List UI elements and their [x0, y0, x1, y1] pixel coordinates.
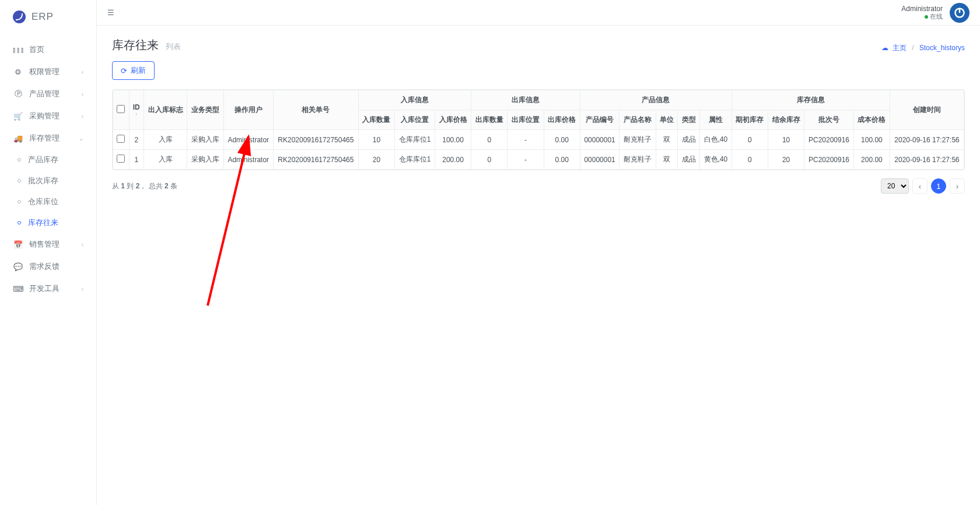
group-out: 出库信息 [471, 90, 580, 110]
bullet-icon [18, 179, 21, 183]
cell-out-price: 0.00 [544, 150, 580, 170]
chevron-left-icon: ‹ [82, 91, 83, 97]
logo: ERP [0, 0, 96, 34]
cell-out-loc: - [508, 130, 544, 150]
col-attr[interactable]: 属性 [700, 110, 732, 130]
nav-label: 需求反馈 [29, 261, 60, 272]
group-product: 产品信息 [580, 90, 732, 110]
group-in: 入库信息 [358, 90, 471, 110]
cell-operator: Administrator [223, 150, 273, 170]
cell-prod-name: 耐克鞋子 [620, 150, 656, 170]
col-created[interactable]: 创建时间 [890, 90, 964, 130]
sub-batch-stock[interactable]: 批次库存 [0, 170, 96, 191]
nav-purchase[interactable]: 🛒 采购管理 ‹ [0, 105, 96, 127]
nav-sales[interactable]: 📅 销售管理 ‹ [0, 233, 96, 255]
cell-operator: Administrator [223, 130, 273, 150]
cell-prod-code: 00000001 [580, 150, 620, 170]
avatar[interactable] [950, 3, 970, 23]
col-docno[interactable]: 相关单号 [273, 90, 358, 130]
pager-page-1[interactable]: 1 [931, 178, 946, 194]
breadcrumb-current[interactable]: Stock_historys [919, 44, 965, 52]
col-in-loc[interactable]: 入库位置 [395, 110, 435, 130]
nav-feedback[interactable]: 💬 需求反馈 [0, 255, 96, 278]
gear-icon: ⚙ [13, 68, 23, 76]
breadcrumb-home[interactable]: 主页 [892, 44, 907, 52]
sub-product-stock[interactable]: 产品库存 [0, 149, 96, 170]
nav-permission[interactable]: ⚙ 权限管理 ‹ [0, 61, 96, 83]
col-id[interactable]: ID↑ [129, 90, 144, 130]
row-checkbox[interactable] [117, 135, 125, 143]
cell-created: 2020-09-16 17:27:56 [890, 150, 964, 170]
cell-init-stock: 0 [732, 150, 768, 170]
col-out-qty[interactable]: 出库数量 [471, 110, 508, 130]
col-cost-price[interactable]: 成本价格 [853, 110, 890, 130]
summary-text: 从 1 到 2， 总共 2 条 [112, 181, 177, 191]
col-in-price[interactable]: 入库价格 [435, 110, 471, 130]
cell-in-price: 200.00 [435, 150, 471, 170]
cell-prod-name: 耐克鞋子 [620, 130, 656, 150]
col-out-price[interactable]: 出库价格 [544, 110, 580, 130]
brand-text: ERP [32, 11, 54, 23]
logo-icon [13, 10, 26, 23]
cell-unit: 双 [656, 130, 678, 150]
nav-devtools[interactable]: ⌨ 开发工具 ‹ [0, 278, 96, 300]
sub-label: 库存往来 [28, 218, 58, 228]
table-row: 1 入库 采购入库 Administrator RK20200916172750… [113, 150, 964, 170]
cell-init-stock: 0 [732, 130, 768, 150]
nav-label: 权限管理 [29, 66, 60, 77]
col-remain-stock[interactable]: 结余库存 [768, 110, 804, 130]
nav: ⫿⫿⫿ 首页 ⚙ 权限管理 ‹ Ⓟ 产品管理 ‹ 🛒 采购管理 ‹ 🚚 库存管理 [0, 34, 96, 304]
col-out-loc[interactable]: 出库位置 [508, 110, 544, 130]
page-title: 库存往来 [112, 38, 159, 51]
cell-type: 成品 [678, 130, 700, 150]
calendar-icon: 📅 [13, 240, 23, 249]
col-prod-code[interactable]: 产品编号 [580, 110, 620, 130]
cell-attr: 白色,40 [700, 130, 732, 150]
topbar: ☰ Administrator 在线 [97, 0, 980, 26]
cell-in-qty: 20 [358, 150, 394, 170]
bullet-icon [18, 158, 21, 162]
sub-label: 仓库库位 [28, 197, 58, 207]
page-size-select[interactable]: 20 [881, 178, 909, 194]
nav-home[interactable]: ⫿⫿⫿ 首页 [0, 38, 96, 61]
col-init-stock[interactable]: 期初库存 [732, 110, 768, 130]
user-status: 在线 [901, 13, 943, 20]
col-checkbox [113, 90, 130, 130]
hamburger-icon[interactable]: ☰ [107, 8, 114, 17]
nav-stock[interactable]: 🚚 库存管理 ⌄ [0, 127, 96, 149]
sub-stock-history[interactable]: 库存往来 [0, 212, 96, 233]
cart-icon: 🛒 [13, 112, 23, 121]
sub-label: 批次库存 [28, 176, 58, 186]
refresh-button[interactable]: ⟳ 刷新 [112, 61, 155, 80]
pager: 20 ‹ 1 › [881, 178, 965, 194]
col-in-qty[interactable]: 入库数量 [358, 110, 394, 130]
nav-product[interactable]: Ⓟ 产品管理 ‹ [0, 83, 96, 105]
col-prod-name[interactable]: 产品名称 [620, 110, 656, 130]
select-all-checkbox[interactable] [117, 105, 125, 113]
cell-prod-code: 00000001 [580, 130, 620, 150]
col-unit[interactable]: 单位 [656, 110, 678, 130]
cell-flag: 入库 [144, 150, 187, 170]
col-biztype[interactable]: 业务类型 [187, 90, 223, 130]
nav-label: 销售管理 [29, 239, 60, 250]
pager-next[interactable]: › [950, 178, 965, 194]
refresh-icon: ⟳ [121, 66, 127, 75]
cell-remain-stock: 20 [768, 150, 804, 170]
cell-biztype: 采购入库 [187, 130, 223, 150]
sub-warehouse-loc[interactable]: 仓库库位 [0, 191, 96, 212]
chevron-left-icon: ‹ [82, 241, 83, 248]
nav-label: 采购管理 [29, 111, 60, 121]
col-type[interactable]: 类型 [678, 110, 700, 130]
pager-prev[interactable]: ‹ [912, 178, 928, 194]
col-batch-no[interactable]: 批次号 [804, 110, 854, 130]
cell-in-loc: 仓库库位1 [395, 130, 435, 150]
chart-icon: ⫿⫿⫿ [13, 45, 23, 54]
chevron-left-icon: ‹ [82, 113, 83, 120]
col-operator[interactable]: 操作用户 [223, 90, 273, 130]
cell-remain-stock: 10 [768, 130, 804, 150]
row-checkbox[interactable] [117, 155, 125, 163]
col-flag[interactable]: 出入库标志 [144, 90, 187, 130]
user-area[interactable]: Administrator 在线 [901, 3, 970, 23]
nav-label: 开发工具 [29, 283, 60, 294]
cell-in-loc: 仓库库位1 [395, 150, 435, 170]
